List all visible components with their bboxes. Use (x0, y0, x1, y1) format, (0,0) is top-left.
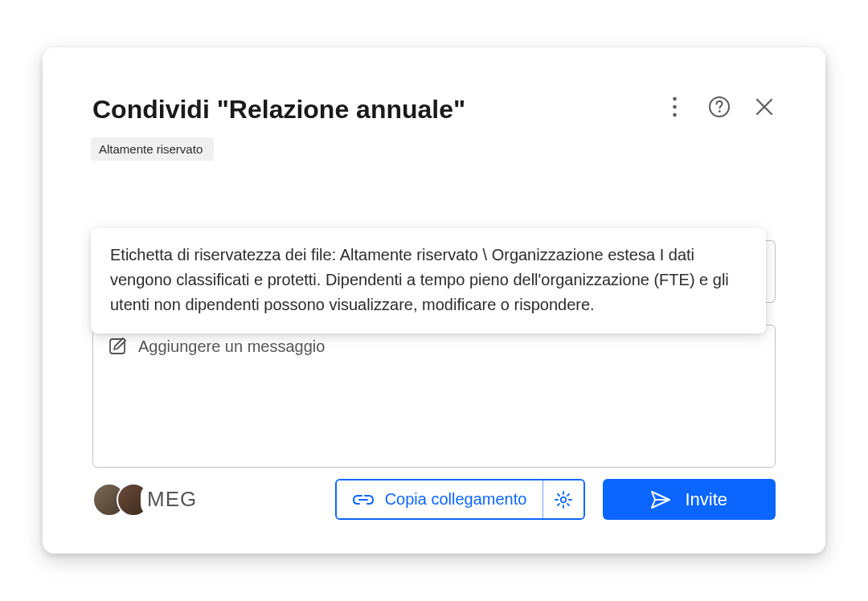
close-icon (755, 98, 773, 116)
invite-button[interactable]: Invite (603, 479, 776, 520)
svg-point-0 (673, 97, 677, 101)
more-vertical-icon (672, 96, 678, 117)
link-icon (353, 493, 374, 507)
shared-with-avatars[interactable]: MEG (92, 483, 203, 517)
dialog-title: Condividi "Relazione annuale" (92, 94, 465, 125)
avatar-overflow-label: MEG (141, 483, 203, 517)
svg-point-4 (719, 110, 721, 112)
svg-point-1 (673, 105, 677, 109)
link-settings-button[interactable] (542, 480, 583, 518)
dialog-header: Condividi "Relazione annuale" (92, 94, 776, 125)
svg-point-2 (673, 113, 677, 117)
footer-buttons: Copia collegamento Invite (335, 479, 776, 520)
dialog-footer: MEG Copia collegamento (92, 479, 776, 520)
message-field[interactable]: Aggiungere un messaggio (92, 325, 776, 468)
help-button[interactable] (708, 96, 731, 118)
copy-link-button[interactable]: Copia collegamento (337, 480, 543, 518)
header-actions (663, 96, 776, 118)
sensitivity-tooltip: Etichetta di riservatezza dei file: Alta… (91, 228, 766, 333)
svg-point-8 (561, 497, 567, 502)
sensitivity-badge[interactable]: Altamente riservato (91, 137, 214, 161)
more-options-button[interactable] (663, 96, 686, 118)
help-icon (708, 96, 731, 118)
share-dialog: Condividi "Relazione annuale" (43, 47, 825, 554)
gear-icon (555, 491, 572, 509)
copy-link-group: Copia collegamento (335, 479, 586, 520)
invite-label: Invite (685, 489, 727, 510)
send-icon (651, 491, 670, 509)
close-button[interactable] (753, 96, 776, 118)
tooltip-text: Etichetta di riservatezza dei file: Alta… (110, 246, 729, 313)
copy-link-label: Copia collegamento (385, 490, 527, 509)
